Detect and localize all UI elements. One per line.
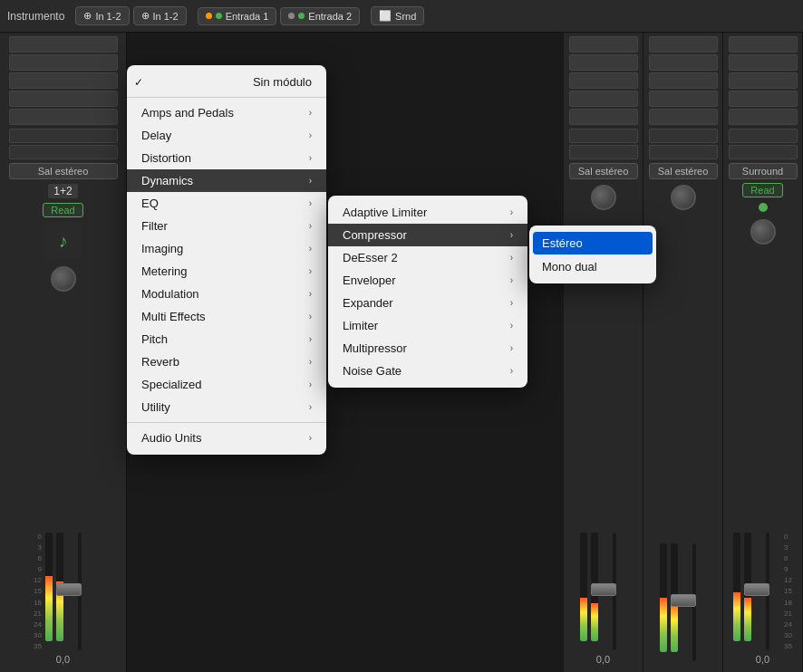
top-bar: Instrumento ⊕ In 1-2 ⊕ In 1-2 Entrada 1 … (0, 0, 803, 33)
subsubmenu-item-mono-dual[interactable]: Mono dual (529, 255, 656, 278)
fader-thumb-e1[interactable] (591, 583, 616, 596)
insert-slot-e2-1[interactable] (649, 36, 718, 53)
submenu-item-noise-gate[interactable]: Noise Gate › (328, 360, 527, 382)
entrada1-btn[interactable]: Entrada 1 (198, 7, 277, 25)
menu-item-filter[interactable]: Filter › (127, 215, 326, 237)
vu-fill-e2 (660, 598, 667, 652)
menu-arrow-distortion: › (309, 153, 312, 163)
io-label-e2[interactable]: Sal estéreo (649, 163, 718, 179)
submenu-item-compressor[interactable]: Compressor › (328, 224, 527, 246)
insert-slot-5[interactable] (9, 109, 118, 125)
scale-r-15: 15 (784, 587, 792, 595)
pan-knob-1[interactable] (51, 266, 76, 292)
scale-21: 21 (34, 610, 42, 618)
menu-item-utility[interactable]: Utility › (127, 396, 326, 418)
submenu-item-adaptive-limiter[interactable]: Adaptive Limiter › (328, 201, 527, 224)
submenu-item-deesser2[interactable]: DeEsser 2 › (328, 246, 527, 269)
vu-fill-srnd (733, 592, 740, 641)
send-slot-2[interactable] (9, 145, 118, 159)
vu-fill-e1 (580, 598, 587, 641)
srnd-btn[interactable]: ⬜ Srnd (371, 6, 424, 25)
menu-item-specialized[interactable]: Specialized › (127, 373, 326, 396)
scale-r-9: 9 (784, 565, 788, 573)
submenu-item-limiter[interactable]: Limiter › (328, 314, 527, 337)
in12-btn-2[interactable]: ⊕ In 1-2 (133, 6, 187, 25)
submenu-item-enveloper[interactable]: Enveloper › (328, 269, 527, 292)
srnd-icon: ⬜ (379, 10, 392, 22)
menu-item-amps[interactable]: Amps and Pedals › (127, 101, 326, 124)
entrada2-btn[interactable]: Entrada 2 (280, 7, 360, 25)
send-slot-e2-2[interactable] (649, 145, 718, 159)
vu-fill-srnd-2 (744, 598, 751, 641)
menu-item-pitch[interactable]: Pitch › (127, 328, 326, 350)
submenu-arrow-deesser2: › (510, 253, 513, 263)
instrumento-label: Instrumento (7, 10, 64, 23)
submenu-arrow-limiter: › (510, 321, 513, 331)
dot-grey-1 (288, 13, 295, 19)
insert-slot-srnd-4[interactable] (729, 91, 798, 107)
read-btn-srnd[interactable]: Read (742, 183, 782, 197)
menu-arrow-delay: › (309, 130, 312, 140)
send-slot-srnd-2[interactable] (729, 145, 798, 159)
send-slot-1[interactable] (9, 129, 118, 143)
track-number-1[interactable]: 1+2 (48, 184, 77, 198)
submenu-arrow-compressor: › (510, 230, 513, 240)
menu-item-multi-effects[interactable]: Multi Effects › (127, 305, 326, 328)
io-label-1[interactable]: Sal estéreo (9, 163, 118, 179)
scale-left: 0 3 6 9 12 15 18 21 24 30 35 (34, 533, 42, 650)
menu-arrow-filter: › (309, 221, 312, 231)
scale-r-35: 35 (784, 642, 792, 650)
db-label-e1: 0,0 (596, 654, 610, 665)
music-icon-area: ♪ (45, 223, 82, 259)
menu-arrow-dynamics: › (309, 176, 312, 186)
insert-slot-e2-4[interactable] (649, 91, 718, 107)
submenu-item-expander[interactable]: Expander › (328, 292, 527, 314)
scale-12: 12 (34, 576, 42, 584)
pan-knob-srnd[interactable] (750, 219, 776, 245)
submenu-item-multipressor[interactable]: Multipressor › (328, 337, 527, 360)
fader-thumb-e2[interactable] (671, 594, 696, 607)
insert-slot-e2-5[interactable] (649, 109, 718, 125)
menu-item-sin-modulo[interactable]: Sin módulo (127, 71, 326, 93)
menu-divider-1 (127, 97, 326, 98)
fader-group-e1 (580, 533, 627, 650)
pan-knob-e2[interactable] (671, 185, 696, 210)
insert-slot-e2-2[interactable] (649, 54, 718, 71)
insert-slot-srnd-3[interactable] (729, 72, 798, 89)
menu-item-distortion[interactable]: Distortion › (127, 147, 326, 169)
menu-item-delay[interactable]: Delay › (127, 124, 326, 147)
menu-item-eq[interactable]: EQ › (127, 192, 326, 215)
menu-item-modulation[interactable]: Modulation › (127, 283, 326, 305)
read-btn-1[interactable]: Read (43, 203, 82, 217)
scale-30: 30 (34, 631, 42, 639)
insert-slot-srnd-1[interactable] (729, 36, 798, 53)
insert-slot-4[interactable] (9, 91, 118, 107)
dot-orange-1 (206, 13, 212, 19)
menu-arrow-utility: › (309, 402, 312, 412)
insert-slot-srnd-2[interactable] (729, 54, 798, 71)
insert-slot-srnd-5[interactable] (729, 109, 798, 125)
subsubmenu-item-estereo[interactable]: Estéreo (533, 232, 653, 254)
menu-container: Sin módulo Amps and Pedals › Delay › Dis… (127, 65, 656, 455)
menu-item-dynamics[interactable]: Dynamics › (127, 169, 326, 192)
io-label-srnd[interactable]: Surround (729, 163, 798, 179)
insert-slot-3[interactable] (9, 72, 118, 89)
menu-item-imaging[interactable]: Imaging › (127, 237, 326, 260)
fader-thumb-srnd[interactable] (744, 583, 769, 596)
insert-slot-1[interactable] (9, 36, 118, 53)
menu-item-reverb[interactable]: Reverb › (127, 350, 326, 373)
scale-r-18: 18 (784, 599, 792, 607)
scale-15: 15 (34, 587, 42, 595)
send-slot-srnd[interactable] (729, 129, 798, 143)
send-slot-e2[interactable] (649, 129, 718, 143)
insert-slot-e2-3[interactable] (649, 72, 718, 89)
menu-arrow-amps: › (309, 108, 312, 118)
insert-slot-2[interactable] (9, 54, 118, 71)
fader-thumb-1[interactable] (56, 583, 82, 596)
scale-right: 0 3 6 9 12 15 18 21 24 30 35 (784, 533, 792, 650)
insert-slot-e1-1[interactable] (569, 36, 638, 53)
vu-meter-left-srnd (733, 533, 740, 641)
menu-item-metering[interactable]: Metering › (127, 260, 326, 283)
menu-item-audio-units[interactable]: Audio Units › (127, 427, 326, 449)
in12-btn-1[interactable]: ⊕ In 1-2 (75, 6, 129, 25)
